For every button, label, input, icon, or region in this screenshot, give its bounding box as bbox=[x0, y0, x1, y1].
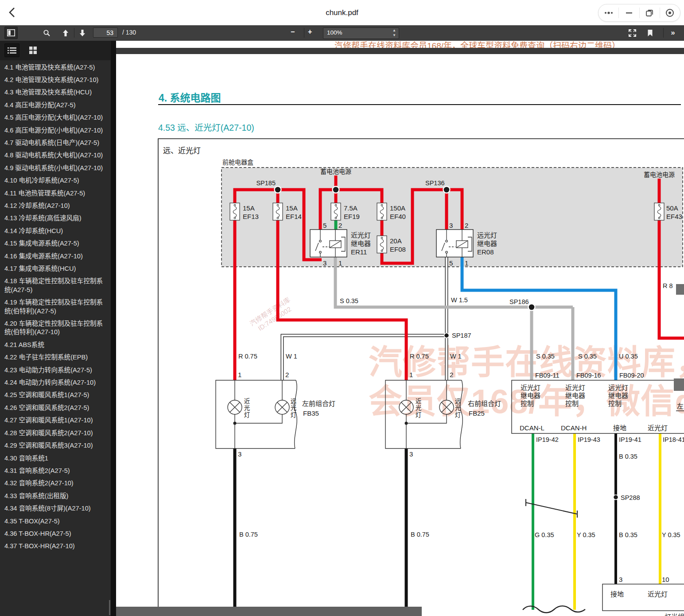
svg-text:2: 2 bbox=[285, 371, 289, 378]
sidebar-toggle-icon bbox=[7, 29, 15, 36]
sidebar-item[interactable]: 4.9 驱动电机系统(小电机)(A27-10) bbox=[0, 162, 111, 174]
thumbnails-view-button[interactable] bbox=[25, 43, 40, 57]
sidebar-item[interactable]: 4.32 音响系统2(A27-10) bbox=[0, 477, 111, 490]
sidebar-item[interactable]: 4.19 车辆稳定性控制及驻车控制系统(伯特利)(A27-5) bbox=[0, 296, 111, 318]
svg-text:W 1: W 1 bbox=[450, 353, 462, 360]
svg-text:ER11: ER11 bbox=[351, 248, 367, 256]
minimize-button[interactable] bbox=[619, 8, 639, 18]
svg-text:3: 3 bbox=[238, 450, 241, 458]
sidebar-item[interactable]: 4.31 音响系统2(A27-5) bbox=[0, 464, 111, 477]
svg-text:远光灯: 远光灯 bbox=[454, 398, 461, 419]
sidebar-item[interactable]: 4.28 空调和暖风系统2(A27-10) bbox=[0, 427, 111, 439]
svg-text:1: 1 bbox=[465, 259, 468, 267]
sidebar-item[interactable]: 4.37 T-BOX-HR(A27-10) bbox=[0, 540, 111, 553]
svg-text:B 0.35: B 0.35 bbox=[619, 453, 637, 460]
bottom-gray-bar bbox=[116, 607, 422, 616]
search-button[interactable] bbox=[40, 27, 53, 39]
sidebar-item[interactable]: 4.35 T-BOX(A27-5) bbox=[0, 515, 111, 527]
sidebar-item[interactable]: 4.21 ABS系统 bbox=[0, 339, 111, 351]
svg-text:S 0.35: S 0.35 bbox=[578, 353, 597, 360]
sidebar-item[interactable]: 4.7 驱动电机系统(日电产)(A27-5) bbox=[0, 136, 111, 149]
section-heading: 4. 系统电路图 bbox=[159, 90, 221, 105]
sidebar-item[interactable]: 4.3 电池管理及快充系统(HCU) bbox=[0, 86, 111, 99]
sidebar-item[interactable]: 4.15 集成电源系统(A27-5) bbox=[0, 238, 111, 250]
sidebar-scrollbar[interactable] bbox=[109, 600, 110, 615]
heading-rule bbox=[158, 104, 681, 105]
record-button[interactable] bbox=[660, 8, 680, 18]
sidebar-item[interactable]: 4.29 空调和暖风系统3(A27-10) bbox=[0, 440, 111, 452]
sidebar-item[interactable]: 4.13 冷却系统(高低速风扇) bbox=[0, 212, 111, 225]
svg-text:IP19-42: IP19-42 bbox=[536, 436, 559, 443]
sidebar-item[interactable]: 4.20 车辆稳定性控制及驻车控制系统(伯特利)(A27-10) bbox=[0, 318, 111, 339]
sidebar-item[interactable]: 4.34 音响系统(8寸屏)(A27-10) bbox=[0, 503, 111, 515]
sidebar-item[interactable]: 4.11 电池热管理系统(A27-5) bbox=[0, 187, 111, 199]
sidebar-item[interactable]: 4.22 电子驻车控制系统(EPB) bbox=[0, 351, 111, 364]
svg-text:B 0.75: B 0.75 bbox=[411, 531, 429, 538]
svg-text:EF13: EF13 bbox=[243, 213, 259, 220]
sidebar-item[interactable]: 4.12 冷却系统(A27-10) bbox=[0, 199, 111, 212]
svg-text:控制: 控制 bbox=[521, 400, 534, 407]
sidebar-item[interactable]: 4.1 电池管理及快充系统(A27-5) bbox=[0, 61, 111, 74]
svg-text:近光灯: 近光灯 bbox=[565, 384, 585, 391]
sidebar-item[interactable]: 4.33 音响系统(出租版) bbox=[0, 490, 111, 502]
sidebar-toggle-button[interactable] bbox=[4, 27, 18, 39]
next-page-button[interactable] bbox=[76, 27, 89, 39]
thumbnails-grid-icon bbox=[29, 47, 37, 54]
battery-label-1: 蓄电池电源 bbox=[320, 168, 351, 175]
sidebar-item[interactable]: 4.5 高压电源分配(大电机)(A27-10) bbox=[0, 112, 111, 124]
subsection-heading: 4.53 远、近光灯(A27-10) bbox=[158, 121, 254, 133]
sidebar-item[interactable]: 4.8 驱动电机系统(大电机)(A27-10) bbox=[0, 149, 111, 162]
lamp-labels: 左前组合灯 FB35 近光灯 远光灯 1 2 3 右前组合灯 FB25 近光灯 … bbox=[238, 371, 501, 458]
sidebar-item[interactable]: 4.4 高压电源分配(A27-5) bbox=[0, 99, 111, 111]
zoom-level-select[interactable]: 100% ▲▼ bbox=[323, 27, 399, 39]
zoom-in-button[interactable]: + bbox=[308, 28, 312, 36]
sidebar-resizer[interactable] bbox=[111, 41, 116, 616]
sidebar-item[interactable]: 4.30 音响系统1 bbox=[0, 452, 111, 464]
svg-text:接地: 接地 bbox=[613, 424, 626, 432]
svg-text:W 1: W 1 bbox=[286, 353, 297, 360]
outline-view-button[interactable] bbox=[4, 43, 19, 57]
sidebar-item[interactable]: 4.16 集成电源系统(A27-10) bbox=[0, 250, 111, 262]
svg-text:远光灯: 远光灯 bbox=[608, 384, 628, 391]
sidebar-item[interactable]: 4.6 高压电源分配(小电机)(A27-10) bbox=[0, 124, 111, 136]
svg-text:近光灯: 近光灯 bbox=[648, 424, 668, 432]
sidebar-item[interactable]: 4.18 车辆稳定性控制及驻车控制系统(A27-5) bbox=[0, 275, 111, 296]
zoom-out-button[interactable]: − bbox=[291, 28, 295, 36]
svg-text:1: 1 bbox=[409, 371, 413, 378]
more-tools-button[interactable]: » bbox=[666, 27, 680, 39]
arrow-up-icon bbox=[62, 29, 69, 37]
toc-list[interactable]: 4.1 电池管理及快充系统(A27-5)4.2 电池管理及快充系统(A27-10… bbox=[0, 61, 111, 616]
svg-text:G 0.35: G 0.35 bbox=[535, 531, 554, 538]
svg-text:EF08: EF08 bbox=[390, 246, 406, 253]
svg-text:3: 3 bbox=[619, 576, 622, 583]
sidebar-item[interactable]: 4.2 电池管理及快充系统(A27-10) bbox=[0, 74, 111, 86]
svg-text:7.5A: 7.5A bbox=[344, 204, 358, 212]
sidebar-item[interactable]: 4.17 集成电源系统(HCU) bbox=[0, 263, 111, 275]
sidebar-item[interactable]: 4.25 空调和暖风系统1(A27-5) bbox=[0, 389, 111, 402]
restore-button[interactable] bbox=[640, 8, 660, 18]
fullscreen-button[interactable] bbox=[626, 27, 639, 39]
sidebar-item[interactable]: 4.14 冷却系统(HCU) bbox=[0, 225, 111, 237]
previous-page-button[interactable] bbox=[59, 27, 72, 39]
svg-text:S 0.35: S 0.35 bbox=[536, 353, 555, 360]
splice-sp185: SP185 bbox=[256, 179, 276, 187]
sidebar-item[interactable]: 4.27 空调和暖风系统1(A27-10) bbox=[0, 414, 111, 427]
svg-text:继电器: 继电器 bbox=[477, 240, 497, 247]
sidebar-item[interactable]: 4.23 电动助力转向系统(A27-5) bbox=[0, 364, 111, 376]
svg-text:近光灯: 近光灯 bbox=[351, 231, 371, 239]
sidebar-item[interactable]: 4.36 T-BOX-HR(A27-5) bbox=[0, 527, 111, 540]
sidebar-item[interactable]: 4.10 电机冷却系统(A27-5) bbox=[0, 175, 111, 187]
splice-sp187: SP187 bbox=[452, 332, 471, 339]
window-titlebar: chunk.pdf bbox=[0, 0, 684, 25]
zoom-level-value: 100% bbox=[327, 29, 342, 36]
more-menu-button[interactable] bbox=[598, 8, 619, 18]
bookmark-button[interactable] bbox=[643, 27, 657, 39]
svg-text:EF43: EF43 bbox=[666, 213, 682, 220]
svg-text:IP19-43: IP19-43 bbox=[578, 436, 600, 443]
svg-text:控制: 控制 bbox=[565, 400, 579, 407]
svg-text:10: 10 bbox=[662, 576, 669, 583]
sidebar-item[interactable]: 4.26 空调和暖风系统2(A27-5) bbox=[0, 402, 111, 414]
svg-text:EF40: EF40 bbox=[390, 213, 406, 220]
page-number-input[interactable] bbox=[93, 27, 118, 38]
sidebar-item[interactable]: 4.24 电动助力转向系统(A27-10) bbox=[0, 377, 111, 389]
